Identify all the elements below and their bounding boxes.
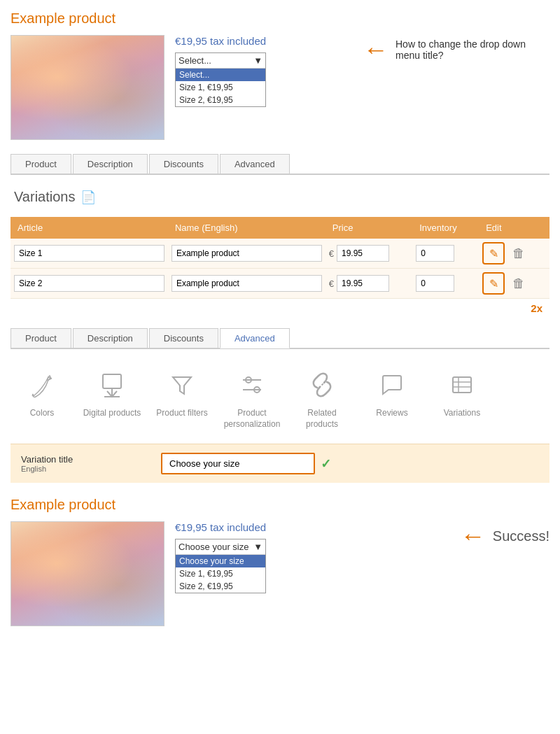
cell-price-1: € 19.95 bbox=[326, 269, 412, 299]
col-price: Price bbox=[326, 217, 412, 239]
filter-icon bbox=[167, 370, 197, 404]
input-price-1[interactable]: 19.95 bbox=[337, 275, 389, 292]
success-label: Success! bbox=[493, 528, 550, 544]
input-inventory-1[interactable]: 0 bbox=[416, 275, 454, 292]
input-name-0[interactable]: Example product bbox=[172, 245, 322, 262]
brush-icon bbox=[27, 370, 57, 404]
euro-sign-0: € bbox=[329, 248, 334, 259]
variations-icon: 📄 bbox=[80, 190, 96, 205]
cell-edit-1: ✎ 🗑 bbox=[479, 269, 550, 299]
dropdown-selected-top: Select... bbox=[178, 55, 211, 66]
action-buttons-0: ✎ 🗑 bbox=[482, 242, 546, 264]
col-edit: Edit bbox=[479, 217, 550, 239]
tab1-advanced[interactable]: Advanced bbox=[220, 154, 290, 174]
icon-item-reviews[interactable]: Reviews bbox=[360, 370, 424, 430]
product-details-bottom: €19,95 tax included Choose your size ▼ C… bbox=[175, 521, 443, 593]
tab1-product[interactable]: Product bbox=[10, 154, 71, 174]
digital-products-label: Digital products bbox=[83, 408, 141, 419]
tab2-discounts[interactable]: Discounts bbox=[149, 328, 218, 348]
cell-name-1: Example product bbox=[168, 269, 326, 299]
svg-rect-0 bbox=[103, 374, 121, 388]
dropdown-arrow-bottom: ▼ bbox=[253, 542, 262, 552]
variation-title-input[interactable] bbox=[161, 453, 315, 474]
related-products-label: Related products bbox=[290, 408, 354, 430]
link-icon bbox=[307, 370, 337, 404]
price-top: €19,95 tax included bbox=[175, 35, 346, 47]
colors-label: Colors bbox=[30, 408, 55, 419]
tabs-row-2: Product Description Discounts Advanced bbox=[10, 328, 550, 349]
tab1-description[interactable]: Description bbox=[73, 154, 148, 174]
cell-inventory-1: 0 bbox=[412, 269, 479, 299]
variations-table: Article Name (English) Price Inventory E… bbox=[10, 217, 550, 299]
arrow-success: ← Success! bbox=[454, 521, 550, 551]
product-personalization-label: Product personalization bbox=[220, 408, 284, 430]
tabs-row-1: Product Description Discounts Advanced bbox=[10, 154, 550, 175]
reviews-label: Reviews bbox=[376, 408, 407, 419]
sliders-icon bbox=[237, 370, 267, 404]
product-image-top bbox=[10, 35, 164, 140]
dropdown-list-bottom: Choose your size Size 1, €19,95 Size 2, … bbox=[176, 555, 265, 593]
col-inventory: Inventory bbox=[412, 217, 479, 239]
icon-item-filters[interactable]: Product filters bbox=[150, 370, 214, 430]
dropdown-header-top[interactable]: Select... ▼ bbox=[176, 53, 265, 69]
cell-article-1: Size 2 bbox=[10, 269, 168, 299]
variations-header: Variations 📄 bbox=[10, 185, 550, 209]
delete-button-0[interactable]: 🗑 bbox=[507, 242, 530, 264]
dropdown-selected-bottom: Choose your size bbox=[178, 542, 248, 552]
table-header-row: Article Name (English) Price Inventory E… bbox=[10, 217, 550, 239]
dropdown-list-top: Select... Size 1, €19,95 Size 2, €19,95 bbox=[176, 69, 265, 106]
variation-input-wrapper: ✓ bbox=[161, 453, 331, 474]
input-inventory-0[interactable]: 0 bbox=[416, 245, 454, 262]
input-article-0[interactable]: Size 1 bbox=[14, 245, 164, 262]
icon-item-colors[interactable]: Colors bbox=[10, 370, 74, 430]
variation-title-row: Variation title English ✓ bbox=[10, 444, 550, 483]
arrow-hint-top: ← How to change the drop down menu title… bbox=[356, 35, 550, 64]
variations-title: Variations bbox=[14, 189, 75, 205]
tab2-product[interactable]: Product bbox=[10, 328, 71, 348]
price-bottom: €19,95 tax included bbox=[175, 521, 443, 533]
product-details-top: €19,95 tax included Select... ▼ Select..… bbox=[175, 35, 346, 107]
dropdown-option-bottom-1[interactable]: Size 1, €19,95 bbox=[176, 567, 265, 580]
arrow-icon-bottom: ← bbox=[461, 521, 486, 551]
col-article: Article bbox=[10, 217, 168, 239]
delete-button-1[interactable]: 🗑 bbox=[507, 272, 530, 295]
icon-item-digital[interactable]: Digital products bbox=[80, 370, 144, 430]
icon-item-related[interactable]: Related products bbox=[290, 370, 354, 430]
dropdown-option-1[interactable]: Size 1, €19,95 bbox=[176, 81, 265, 94]
dropdown-option-0[interactable]: Select... bbox=[176, 69, 265, 81]
edit-button-1[interactable]: ✎ bbox=[482, 272, 505, 295]
product-preview-bottom: €19,95 tax included Choose your size ▼ C… bbox=[10, 521, 550, 626]
svg-rect-7 bbox=[453, 377, 471, 393]
edit-button-0[interactable]: ✎ bbox=[482, 242, 505, 264]
product-title-top: Example product bbox=[10, 10, 550, 27]
product-filters-label: Product filters bbox=[156, 408, 207, 419]
input-article-1[interactable]: Size 2 bbox=[14, 275, 164, 292]
input-name-1[interactable]: Example product bbox=[172, 275, 322, 292]
cell-article-0: Size 1 bbox=[10, 239, 168, 269]
dropdown-option-bottom-2[interactable]: Size 2, €19,95 bbox=[176, 580, 265, 593]
dropdown-bottom[interactable]: Choose your size ▼ Choose your size Size… bbox=[175, 539, 266, 593]
download-icon bbox=[97, 370, 127, 404]
tab1-discounts[interactable]: Discounts bbox=[149, 154, 218, 174]
icon-item-variations[interactable]: Variations bbox=[430, 370, 493, 430]
action-buttons-1: ✎ 🗑 bbox=[482, 272, 546, 295]
second-product-section: Example product €19,95 tax included Choo… bbox=[10, 497, 550, 626]
dropdown-header-bottom[interactable]: Choose your size ▼ bbox=[176, 539, 265, 555]
col-name: Name (English) bbox=[168, 217, 326, 239]
chat-icon bbox=[377, 370, 407, 404]
variation-title-label: Variation title English bbox=[21, 454, 161, 473]
cell-edit-0: ✎ 🗑 bbox=[479, 239, 550, 269]
dropdown-option-2[interactable]: Size 2, €19,95 bbox=[176, 94, 265, 106]
product-image-bottom bbox=[10, 521, 164, 626]
dropdown-option-bottom-0[interactable]: Choose your size bbox=[176, 555, 265, 567]
cell-price-0: € 19.95 bbox=[326, 239, 412, 269]
hint-text-top: How to change the drop down menu title? bbox=[396, 38, 550, 61]
icon-item-personalization[interactable]: Product personalization bbox=[220, 370, 284, 430]
cell-name-0: Example product bbox=[168, 239, 326, 269]
tab2-advanced[interactable]: Advanced bbox=[220, 328, 290, 348]
icons-grid: Colors Digital products Product filters bbox=[10, 360, 550, 444]
dropdown-top[interactable]: Select... ▼ Select... Size 1, €19,95 Siz… bbox=[175, 52, 266, 107]
input-price-0[interactable]: 19.95 bbox=[337, 245, 389, 262]
tab2-description[interactable]: Description bbox=[73, 328, 148, 348]
product-title-bottom: Example product bbox=[10, 497, 550, 513]
